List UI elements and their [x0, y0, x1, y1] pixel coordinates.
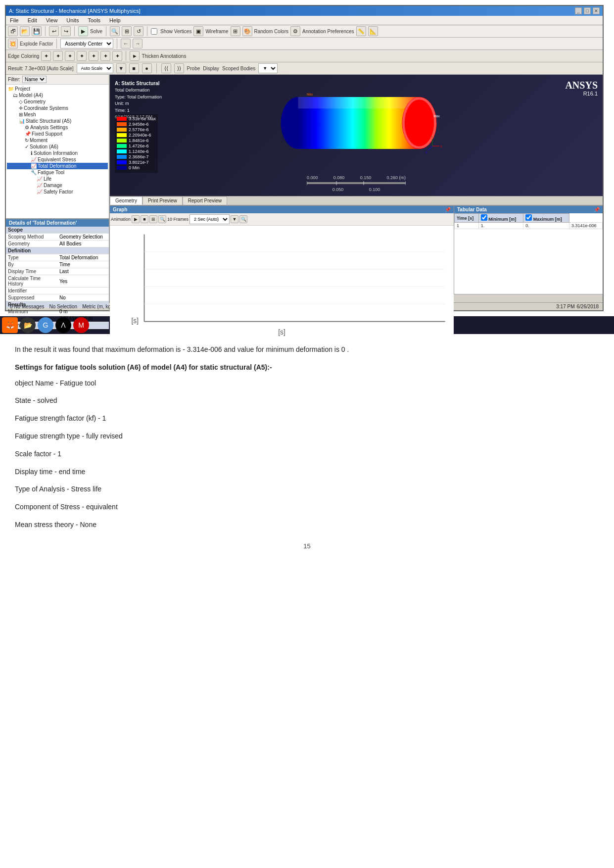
close-button[interactable]: ✕: [593, 7, 600, 14]
taskbar-btn-3[interactable]: G: [38, 317, 53, 333]
tree-safety-factor[interactable]: 📈Safety Factor: [7, 189, 108, 195]
edge-col-7-icon[interactable]: ✦: [112, 51, 122, 61]
ruler-icon[interactable]: 📏: [356, 26, 366, 36]
graph-options-icon[interactable]: ▼: [231, 215, 238, 223]
def-type-label: Type: [6, 254, 57, 261]
edge-col-1-icon[interactable]: ✦: [41, 51, 51, 61]
taskbar-btn-2[interactable]: 📂: [20, 317, 36, 333]
graph-header: Graph 📌: [110, 206, 454, 213]
scoped-label: Scoped Bodies: [222, 66, 255, 71]
result-dropdown[interactable]: Auto Scale: [77, 63, 113, 73]
tree-mesh[interactable]: ⊞Mesh: [7, 111, 108, 118]
tree-coord-sys[interactable]: ✛Coordinate Systems: [7, 105, 108, 111]
tree-analysis-settings[interactable]: ⚙Analysis Settings: [7, 124, 108, 131]
menu-edit[interactable]: Edit: [26, 17, 39, 24]
rotate-icon[interactable]: ↺: [134, 26, 143, 36]
def-type-value: Total Deformation: [57, 254, 109, 261]
explode-icon[interactable]: 💥: [8, 39, 18, 48]
toolbar-3: Edge Coloring ✦ ✦ ✦ ✦ ✦ ✦ ✦ ► Thicken An…: [6, 50, 603, 62]
show-mesh-icon[interactable]: ⊞: [231, 26, 240, 36]
viewport[interactable]: A: Static Structural Total Deformation T…: [110, 75, 603, 196]
tree-project-label: Project: [15, 86, 30, 92]
open-icon[interactable]: 📂: [20, 26, 30, 36]
stop-icon[interactable]: ■: [141, 215, 148, 223]
wireframe-icon[interactable]: ▣: [193, 26, 203, 36]
menu-file[interactable]: File: [8, 17, 21, 24]
result-icon[interactable]: ►: [130, 51, 140, 61]
minimize-button[interactable]: _: [575, 7, 582, 14]
move-right-icon[interactable]: →: [133, 39, 142, 48]
result-btn-2[interactable]: ■: [129, 63, 139, 73]
svg-text:[s]: [s]: [278, 328, 285, 336]
edge-col-4-icon[interactable]: ✦: [77, 51, 87, 61]
taskbar-btn-4[interactable]: Λ: [55, 317, 71, 333]
tree-total-deform[interactable]: 📈Total Deformation: [7, 163, 108, 169]
graph-zoom-icon[interactable]: 🔍: [239, 215, 247, 223]
step-icon[interactable]: ⊞: [149, 215, 157, 223]
table-pin-icon[interactable]: 📌: [594, 207, 600, 212]
tab-report-preview[interactable]: Report Preview: [183, 196, 227, 205]
new-icon[interactable]: 🗗: [8, 26, 18, 36]
tree-solution-info[interactable]: ℹSolution Information: [7, 150, 108, 156]
edge-col-6-icon[interactable]: ✦: [100, 51, 110, 61]
next-icon[interactable]: ⟩⟩: [174, 63, 184, 73]
assembly-center-select[interactable]: Assembly Center: [60, 39, 113, 48]
solve-icon[interactable]: ▶: [78, 26, 88, 36]
annotation-pref-icon[interactable]: ⚙: [290, 26, 300, 36]
ruler2-icon[interactable]: 📐: [368, 26, 378, 36]
tree-fixed-support[interactable]: 📌Fixed Support: [7, 131, 108, 137]
show-vertices-check[interactable]: [151, 28, 157, 35]
viewport-tabs: Geometry Print Preview Report Preview: [110, 196, 603, 205]
edge-col-2-icon[interactable]: ✦: [53, 51, 63, 61]
redo-icon[interactable]: ↪: [61, 26, 71, 36]
scoped-select[interactable]: ▼: [258, 63, 278, 73]
taskbar-btn-5[interactable]: M: [73, 317, 89, 333]
tree-solution[interactable]: ✓Solution (A6): [7, 144, 108, 150]
tree-life[interactable]: 📈Life: [7, 176, 108, 182]
undo-icon[interactable]: ↩: [49, 26, 59, 36]
edge-col-3-icon[interactable]: ✦: [65, 51, 75, 61]
prev-icon[interactable]: ⟨⟨: [161, 63, 171, 73]
list-item-4: Scale factor - 1: [15, 448, 599, 460]
menu-units[interactable]: Units: [64, 17, 81, 24]
menu-tools[interactable]: Tools: [86, 17, 102, 24]
svg-text:[s]: [s]: [131, 317, 139, 325]
result-btn-1[interactable]: ▼: [116, 63, 126, 73]
graph-pin-icon[interactable]: 📌: [445, 207, 451, 212]
speed-select[interactable]: 2 Sec (Auto): [189, 214, 230, 224]
save-icon[interactable]: 💾: [32, 26, 42, 36]
play-icon[interactable]: ▶: [132, 215, 140, 223]
wireframe-label: Wireframe: [205, 29, 228, 34]
probe-label: Probe: [187, 66, 200, 71]
tree-damage[interactable]: 📈Damage: [7, 182, 108, 189]
random-colors-icon[interactable]: 🎨: [242, 26, 252, 36]
filter-label: Filter:: [8, 77, 20, 82]
menu-view[interactable]: View: [44, 17, 60, 24]
tab-print-preview[interactable]: Print Preview: [142, 196, 183, 205]
tree-equiv-stress[interactable]: 📈Equivalent Stress: [7, 156, 108, 163]
status-selection: No Selection: [49, 304, 77, 309]
filter-select[interactable]: Name: [22, 76, 47, 83]
cell-index: 1: [455, 223, 479, 229]
def-by-label: By: [6, 261, 57, 268]
col-min-check[interactable]: Minimum [m]: [478, 214, 523, 223]
col-max-check[interactable]: Maximum [m]: [523, 214, 569, 223]
move-left-icon[interactable]: ←: [121, 39, 131, 48]
taskbar-btn-1[interactable]: 🦊: [2, 317, 18, 333]
zoom-graph-icon[interactable]: 🔍: [158, 215, 166, 223]
tree-moment[interactable]: ↻Moment: [7, 137, 108, 144]
edge-col-5-icon[interactable]: ✦: [89, 51, 98, 61]
tree-fatigue-tool[interactable]: 🔧Fatigue Tool: [7, 169, 108, 176]
tree-model[interactable]: 🗂Model (A4): [7, 92, 108, 98]
tree-static-struct[interactable]: 📊Static Structural (A5): [7, 118, 108, 124]
menu-help[interactable]: Help: [107, 17, 123, 24]
result-btn-3[interactable]: ●: [142, 63, 152, 73]
tree-project[interactable]: 📁Project: [7, 86, 108, 92]
zoom-icon[interactable]: 🔍: [110, 26, 120, 36]
tree-geometry[interactable]: ◇Geometry: [7, 98, 108, 105]
maximize-button[interactable]: □: [584, 7, 591, 14]
details-header: Details of 'Total Deformation': [6, 219, 109, 227]
ansys-window: A: Static Structural - Mechanical [ANSYS…: [5, 5, 604, 311]
tab-geometry[interactable]: Geometry: [110, 196, 142, 205]
fit-icon[interactable]: ⊞: [122, 26, 132, 36]
